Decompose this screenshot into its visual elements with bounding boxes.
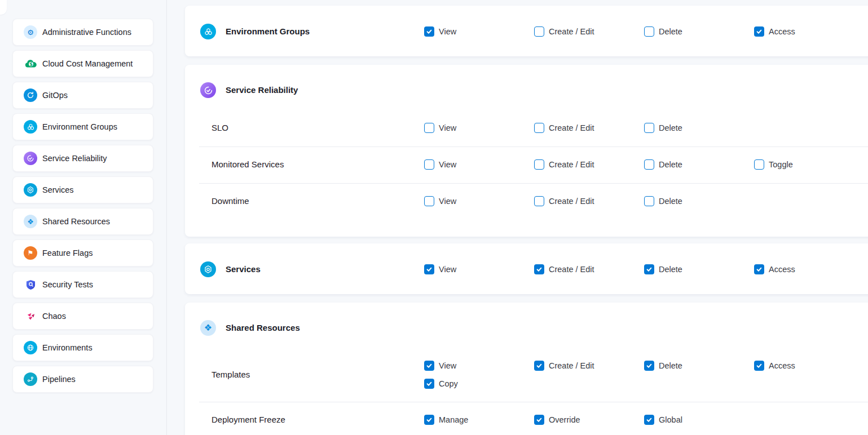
permission-view: View	[424, 196, 456, 206]
checkbox-delete[interactable]	[644, 26, 654, 37]
permission-access: Access	[754, 361, 795, 371]
row-label: Deployment Freeze	[212, 414, 285, 425]
checkbox-label: Create / Edit	[549, 123, 594, 133]
checkbox-copy[interactable]	[424, 379, 434, 389]
checkbox-view[interactable]	[424, 26, 434, 37]
environment-groups-icon	[200, 24, 216, 39]
checkbox-create-edit[interactable]	[534, 123, 544, 133]
permissions-panel: Environment GroupsViewCreate / EditDelet…	[168, 0, 868, 435]
permission-create-edit: Create / Edit	[534, 159, 594, 170]
permission-create-edit: Create / Edit	[534, 123, 594, 133]
shared-resources-icon: ❖	[200, 320, 216, 336]
sidebar-item-feature-flags[interactable]: ⚑Feature Flags	[12, 239, 153, 267]
checkbox-view[interactable]	[424, 123, 434, 133]
checkbox-create-edit[interactable]	[534, 196, 544, 206]
checkbox-label: Create / Edit	[549, 361, 594, 371]
permission-delete: Delete	[644, 159, 682, 170]
checkbox-view[interactable]	[424, 264, 434, 274]
shared-resources-icon: ❖	[24, 215, 37, 228]
checkbox-access[interactable]	[754, 26, 764, 37]
gear-icon: ⚙	[24, 25, 37, 39]
gitops-icon	[24, 88, 37, 102]
sidebar-item-label: Administrative Functions	[42, 28, 131, 37]
checkbox-label: Access	[769, 264, 795, 274]
permission-override: Override	[534, 415, 580, 425]
sidebar-item-label: Shared Resources	[42, 217, 110, 226]
services-icon	[24, 183, 37, 197]
permission-card-service-reliability: Service ReliabilitySLOViewCreate / EditD…	[185, 65, 868, 237]
checkbox-delete[interactable]	[644, 361, 654, 371]
permission-view: View	[424, 159, 456, 170]
checkbox-view[interactable]	[424, 196, 434, 206]
permission-global: Global	[644, 415, 682, 425]
permission-row-templates: TemplatesViewCreate / EditDeleteAccessCo…	[185, 348, 868, 402]
sidebar-item-chaos[interactable]: Chaos	[12, 303, 153, 330]
sidebar-item-services[interactable]: Services	[12, 176, 153, 203]
checkbox-view[interactable]	[424, 361, 434, 371]
resource-category-sidebar: ⚙Administrative Functions$Cloud Cost Man…	[0, 0, 167, 435]
page: ⚙Administrative Functions$Cloud Cost Man…	[0, 0, 868, 435]
sidebar-item-cloud-cost-management[interactable]: $Cloud Cost Management	[12, 50, 153, 77]
checkbox-manage[interactable]	[424, 415, 434, 425]
checkbox-create-edit[interactable]	[534, 361, 544, 371]
service-reliability-icon	[200, 82, 216, 98]
checkbox-label: View	[439, 361, 456, 371]
environments-icon	[24, 341, 37, 354]
checkbox-delete[interactable]	[644, 264, 654, 274]
service-reliability-icon	[24, 152, 37, 165]
checkbox-create-edit[interactable]	[534, 159, 544, 170]
sidebar-item-pipelines[interactable]: Pipelines	[12, 366, 153, 393]
checkbox-label: Delete	[659, 123, 682, 133]
permission-card-shared-resources: ❖Shared ResourcesTemplatesViewCreate / E…	[185, 303, 868, 435]
sidebar-item-shared-resources[interactable]: ❖Shared Resources	[12, 208, 153, 235]
permission-delete: Delete	[644, 264, 682, 274]
shield-icon	[24, 278, 37, 291]
checkbox-global[interactable]	[644, 415, 654, 425]
permission-view: View	[424, 26, 456, 37]
checkbox-view[interactable]	[424, 159, 434, 170]
checkbox-label: Toggle	[769, 159, 793, 170]
checkbox-label: Access	[769, 26, 795, 37]
checkbox-toggle[interactable]	[754, 159, 764, 170]
services-icon	[200, 261, 216, 277]
checkbox-label: View	[439, 196, 456, 206]
checkbox-create-edit[interactable]	[534, 26, 544, 37]
checkbox-label: Delete	[659, 26, 682, 37]
permission-create-edit: Create / Edit	[534, 361, 594, 371]
checkbox-override[interactable]	[534, 415, 544, 425]
checkbox-access[interactable]	[754, 264, 764, 274]
sidebar-item-administrative-functions[interactable]: ⚙Administrative Functions	[12, 19, 153, 46]
sidebar-item-label: Cloud Cost Management	[42, 59, 133, 68]
sidebar-item-gitops[interactable]: GitOps	[12, 82, 153, 109]
checkbox-label: Delete	[659, 264, 682, 274]
checkbox-delete[interactable]	[644, 159, 654, 170]
permission-row-monitored-services: Monitored ServicesViewCreate / EditDelet…	[185, 147, 868, 183]
checkbox-delete[interactable]	[644, 123, 654, 133]
checkbox-access[interactable]	[754, 361, 764, 371]
permission-delete: Delete	[644, 26, 682, 37]
row-label: SLO	[212, 122, 228, 134]
checkbox-label: Create / Edit	[549, 159, 594, 170]
checkbox-delete[interactable]	[644, 196, 654, 206]
checkbox-create-edit[interactable]	[534, 264, 544, 274]
permission-create-edit: Create / Edit	[534, 264, 594, 274]
permission-view: View	[424, 264, 456, 274]
sidebar-item-label: Feature Flags	[42, 248, 92, 258]
permission-access: Access	[754, 26, 795, 37]
permission-delete: Delete	[644, 123, 682, 133]
sidebar-item-security-tests[interactable]: Security Tests	[12, 271, 153, 298]
sidebar-item-environment-groups[interactable]: Environment Groups	[12, 113, 153, 140]
permission-row-downtime: DowntimeViewCreate / EditDelete	[185, 183, 868, 220]
checkbox-label: Manage	[439, 415, 468, 425]
flag-icon: ⚑	[24, 246, 37, 260]
checkbox-label: Override	[549, 415, 580, 425]
section-title: Service Reliability	[226, 85, 298, 96]
sidebar-item-service-reliability[interactable]: Service Reliability	[12, 145, 153, 172]
permission-delete: Delete	[644, 196, 682, 206]
sidebar-item-environments[interactable]: Environments	[12, 334, 153, 361]
permission-row-slo: SLOViewCreate / EditDelete	[185, 110, 868, 147]
sidebar-item-label: Environment Groups	[42, 122, 117, 131]
cloud-dollar-icon: $	[24, 57, 37, 70]
checkbox-label: Create / Edit	[549, 26, 594, 37]
sidebar-item-label: GitOps	[42, 91, 68, 100]
